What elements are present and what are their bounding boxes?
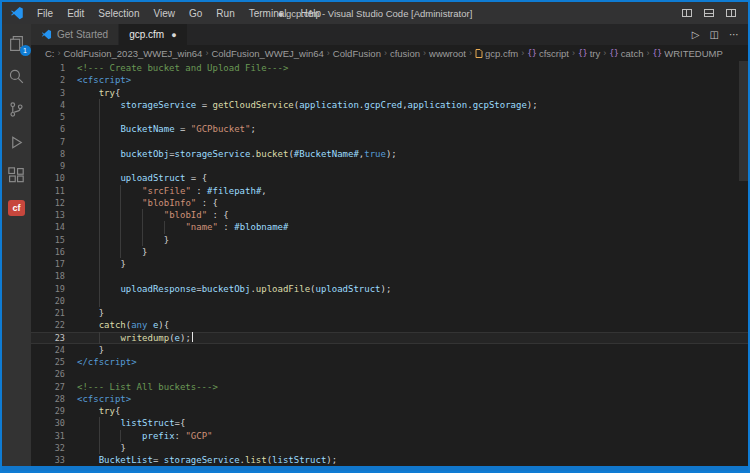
code-text: <cfscript> [65, 74, 131, 86]
menu-item-run[interactable]: Run [209, 8, 241, 19]
modified-dot-icon[interactable]: ● [171, 30, 176, 40]
text-cursor [192, 332, 194, 342]
code-line-28[interactable]: 28<cfscript> [31, 393, 748, 405]
breadcrumb-item[interactable]: {}try [578, 48, 600, 59]
code-text: writedump(e); [65, 332, 193, 344]
line-number: 19 [31, 283, 65, 295]
breadcrumb-item[interactable]: ColdFusion [333, 48, 381, 59]
code-line-25[interactable]: 25</cfscript> [31, 356, 748, 368]
code-line-6[interactable]: 6 BucketName = "GCPbucket"; [31, 123, 748, 135]
code-line-5[interactable]: 5 [31, 111, 748, 123]
code-line-30[interactable]: 30 listStruct={ [31, 417, 748, 429]
source-control-icon[interactable] [5, 97, 29, 121]
tab-get-started[interactable]: Get Started [31, 24, 119, 45]
indent-guide [99, 136, 121, 148]
code-line-3[interactable]: 3 try{ [31, 87, 748, 99]
code-line-14[interactable]: 14 "name" : #blobname# [31, 221, 748, 233]
token: ); [381, 284, 392, 294]
line-number: 3 [31, 87, 65, 99]
status-bar[interactable] [2, 466, 748, 471]
code-line-29[interactable]: 29 try{ [31, 405, 748, 417]
menu-item-file[interactable]: File [30, 8, 60, 19]
indent-guide [120, 209, 142, 221]
code-line-33[interactable]: 33 BucketList= storageService.list(listS… [31, 454, 748, 466]
breadcrumb-item[interactable]: cfusion [390, 48, 420, 59]
toggle-panel-icon[interactable] [704, 9, 714, 17]
menu-item-selection[interactable]: Selection [91, 8, 146, 19]
code-text: bucketObj=storageService.bucket(#BucketN… [65, 148, 397, 160]
token: } [120, 259, 125, 269]
code-text: "blobId" : { [65, 209, 229, 221]
breadcrumb-item[interactable]: {}cfscript [527, 48, 569, 59]
code-line-26[interactable]: 26 [31, 368, 748, 380]
breadcrumb-label: wwwroot [429, 48, 466, 59]
breadcrumb-separator-icon: › [571, 48, 576, 58]
coldfusion-icon[interactable]: cf [5, 196, 29, 220]
run-debug-icon[interactable] [5, 130, 29, 154]
token: { [115, 406, 120, 416]
line-number: 22 [31, 319, 65, 331]
menu-item-go[interactable]: Go [182, 8, 209, 19]
split-editor-icon[interactable]: ◫ [710, 30, 719, 40]
indent-guide [99, 172, 121, 184]
breadcrumb-item[interactable]: wwwroot [429, 48, 466, 59]
menu-item-terminal[interactable]: Terminal [242, 8, 294, 19]
token: BucketName [120, 124, 174, 134]
code-text: <cfscript> [65, 393, 131, 405]
explorer-icon[interactable]: 1 [5, 31, 29, 55]
token: </cfscript> [77, 357, 137, 367]
indent-guide [77, 185, 99, 197]
code-line-19[interactable]: 19 uploadResponse=bucketObj.uploadFile(u… [31, 283, 748, 295]
code-line-4[interactable]: 4 storageService = getCloudService(appli… [31, 99, 748, 111]
code-line-20[interactable]: 20 [31, 295, 748, 307]
more-actions-icon[interactable]: ⋯ [729, 30, 739, 40]
tab-gcp-cfm[interactable]: gcp.cfm● [119, 24, 187, 45]
breadcrumb-item[interactable]: {}catch [609, 48, 643, 59]
breadcrumb-item[interactable]: ColdFusion_2023_WWEJ_win64 [64, 48, 203, 59]
code-line-18[interactable]: 18 [31, 270, 748, 282]
code-line-24[interactable]: 24 } [31, 344, 748, 356]
code-line-11[interactable]: 11 "srcFile" : #filepath#, [31, 185, 748, 197]
code-line-1[interactable]: 1<!--- Create bucket and Upload File---> [31, 62, 748, 74]
code-line-22[interactable]: 22 catch(any e){ [31, 319, 748, 331]
code-line-32[interactable]: 32 } [31, 442, 748, 454]
extensions-icon[interactable] [5, 163, 29, 187]
indent-guide [77, 417, 99, 429]
code-line-9[interactable]: 9 [31, 160, 748, 172]
toggle-sidebar-icon[interactable] [682, 9, 692, 17]
code-editor[interactable]: 1<!--- Create bucket and Upload File--->… [31, 61, 748, 466]
customize-layout-icon[interactable] [726, 9, 736, 17]
menu-item-view[interactable]: View [147, 8, 183, 19]
code-line-16[interactable]: 16 } [31, 246, 748, 258]
menu-item-help[interactable]: Help [294, 8, 329, 19]
code-line-2[interactable]: 2<cfscript> [31, 74, 748, 86]
code-line-17[interactable]: 17 } [31, 258, 748, 270]
code-line-21[interactable]: 21 } [31, 307, 748, 319]
line-number: 2 [31, 74, 65, 86]
breadcrumb-item[interactable]: {}WRITEDUMP [653, 48, 723, 59]
code-line-10[interactable]: 10 uploadStruct = { [31, 172, 748, 184]
indent-guide [77, 307, 99, 319]
code-line-31[interactable]: 31 prefix: "GCP" [31, 430, 748, 442]
code-line-13[interactable]: 13 "blobId" : { [31, 209, 748, 221]
line-number: 7 [31, 136, 65, 148]
menu-item-edit[interactable]: Edit [60, 8, 91, 19]
token: writedump [120, 333, 169, 343]
code-line-15[interactable]: 15 } [31, 234, 748, 246]
breadcrumb-item[interactable]: gcp.cfm [475, 48, 518, 59]
indent-guide [77, 172, 99, 184]
breadcrumb-item[interactable]: C: [45, 48, 55, 59]
search-icon[interactable] [5, 64, 29, 88]
breadcrumb-separator-icon: › [383, 48, 388, 58]
indent-guide [77, 283, 99, 295]
scrollbar-thumb[interactable] [739, 61, 748, 181]
breadcrumb-item[interactable]: ColdFusion_WWEJ_win64 [211, 48, 323, 59]
code-line-23[interactable]: 23 writedump(e); [31, 332, 748, 344]
code-line-8[interactable]: 8 bucketObj=storageService.bucket(#Bucke… [31, 148, 748, 160]
run-icon[interactable]: ▷ [692, 30, 700, 40]
code-line-12[interactable]: 12 "blobInfo" : { [31, 197, 748, 209]
token: true [364, 149, 386, 159]
code-line-7[interactable]: 7 [31, 136, 748, 148]
file-icon [475, 49, 483, 58]
code-line-27[interactable]: 27<!--- List All buckets---> [31, 381, 748, 393]
